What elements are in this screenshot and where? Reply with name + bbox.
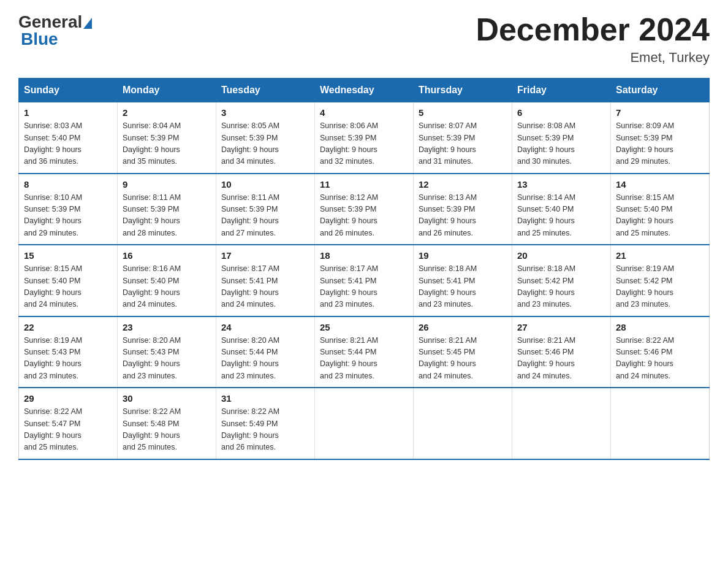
day-cell: 13Sunrise: 8:14 AM Sunset: 5:40 PM Dayli… [512, 174, 611, 245]
day-number: 1 [24, 107, 112, 118]
day-number: 22 [24, 322, 112, 332]
header-cell-friday: Friday [512, 79, 611, 102]
logo-triangle-icon [83, 18, 92, 29]
day-info: Sunrise: 8:21 AM Sunset: 5:46 PM Dayligh… [517, 335, 605, 383]
day-cell: 3Sunrise: 8:05 AM Sunset: 5:39 PM Daylig… [216, 102, 315, 174]
day-cell: 30Sunrise: 8:22 AM Sunset: 5:48 PM Dayli… [118, 388, 216, 459]
day-number: 25 [320, 322, 408, 332]
day-info: Sunrise: 8:11 AM Sunset: 5:39 PM Dayligh… [123, 192, 211, 240]
day-number: 16 [123, 250, 211, 261]
day-number: 12 [419, 179, 507, 190]
day-number: 4 [320, 107, 408, 118]
day-cell: 8Sunrise: 8:10 AM Sunset: 5:39 PM Daylig… [19, 174, 118, 245]
day-cell: 20Sunrise: 8:18 AM Sunset: 5:42 PM Dayli… [512, 245, 611, 316]
day-cell: 26Sunrise: 8:21 AM Sunset: 5:45 PM Dayli… [414, 316, 512, 388]
title-area: December 2024 Emet, Turkey [476, 12, 710, 66]
day-number: 26 [419, 322, 507, 332]
day-cell: 27Sunrise: 8:21 AM Sunset: 5:46 PM Dayli… [512, 316, 611, 388]
day-number: 24 [221, 322, 309, 332]
header-cell-thursday: Thursday [414, 79, 512, 102]
day-cell: 19Sunrise: 8:18 AM Sunset: 5:41 PM Dayli… [414, 245, 512, 316]
day-info: Sunrise: 8:20 AM Sunset: 5:44 PM Dayligh… [221, 335, 309, 383]
day-info: Sunrise: 8:09 AM Sunset: 5:39 PM Dayligh… [616, 120, 704, 168]
day-cell: 14Sunrise: 8:15 AM Sunset: 5:40 PM Dayli… [611, 174, 710, 245]
day-cell [315, 388, 414, 459]
day-number: 30 [123, 393, 211, 404]
header-cell-saturday: Saturday [611, 79, 710, 102]
day-number: 8 [24, 179, 112, 190]
day-info: Sunrise: 8:04 AM Sunset: 5:39 PM Dayligh… [123, 120, 211, 168]
calendar-table: SundayMondayTuesdayWednesdayThursdayFrid… [18, 78, 710, 460]
day-info: Sunrise: 8:18 AM Sunset: 5:41 PM Dayligh… [419, 263, 507, 311]
day-number: 2 [123, 107, 211, 118]
header-cell-tuesday: Tuesday [216, 79, 315, 102]
header: General Blue December 2024 Emet, Turkey [18, 12, 710, 66]
week-row-1: 1Sunrise: 8:03 AM Sunset: 5:40 PM Daylig… [19, 102, 710, 174]
day-info: Sunrise: 8:10 AM Sunset: 5:39 PM Dayligh… [24, 192, 112, 240]
day-info: Sunrise: 8:21 AM Sunset: 5:44 PM Dayligh… [320, 335, 408, 383]
day-info: Sunrise: 8:19 AM Sunset: 5:43 PM Dayligh… [24, 335, 112, 383]
day-number: 6 [517, 107, 605, 118]
week-row-2: 8Sunrise: 8:10 AM Sunset: 5:39 PM Daylig… [19, 174, 710, 245]
day-number: 31 [221, 393, 309, 404]
day-cell: 9Sunrise: 8:11 AM Sunset: 5:39 PM Daylig… [118, 174, 216, 245]
week-row-3: 15Sunrise: 8:15 AM Sunset: 5:40 PM Dayli… [19, 245, 710, 316]
day-number: 28 [616, 322, 704, 332]
day-info: Sunrise: 8:13 AM Sunset: 5:39 PM Dayligh… [419, 192, 507, 240]
day-number: 21 [616, 250, 704, 261]
day-number: 17 [221, 250, 309, 261]
day-cell: 17Sunrise: 8:17 AM Sunset: 5:41 PM Dayli… [216, 245, 315, 316]
day-info: Sunrise: 8:11 AM Sunset: 5:39 PM Dayligh… [221, 192, 309, 240]
calendar-title: December 2024 [476, 12, 710, 47]
day-cell [611, 388, 710, 459]
day-number: 23 [123, 322, 211, 332]
day-info: Sunrise: 8:05 AM Sunset: 5:39 PM Dayligh… [221, 120, 309, 168]
day-cell: 7Sunrise: 8:09 AM Sunset: 5:39 PM Daylig… [611, 102, 710, 174]
header-cell-monday: Monday [118, 79, 216, 102]
day-cell: 12Sunrise: 8:13 AM Sunset: 5:39 PM Dayli… [414, 174, 512, 245]
calendar-subtitle: Emet, Turkey [476, 50, 710, 66]
day-cell [414, 388, 512, 459]
day-number: 29 [24, 393, 112, 404]
day-info: Sunrise: 8:22 AM Sunset: 5:48 PM Dayligh… [123, 406, 211, 454]
header-cell-sunday: Sunday [19, 79, 118, 102]
week-row-4: 22Sunrise: 8:19 AM Sunset: 5:43 PM Dayli… [19, 316, 710, 388]
day-info: Sunrise: 8:22 AM Sunset: 5:49 PM Dayligh… [221, 406, 309, 454]
day-number: 10 [221, 179, 309, 190]
day-cell: 11Sunrise: 8:12 AM Sunset: 5:39 PM Dayli… [315, 174, 414, 245]
day-cell: 24Sunrise: 8:20 AM Sunset: 5:44 PM Dayli… [216, 316, 315, 388]
day-info: Sunrise: 8:15 AM Sunset: 5:40 PM Dayligh… [616, 192, 704, 240]
day-info: Sunrise: 8:06 AM Sunset: 5:39 PM Dayligh… [320, 120, 408, 168]
day-cell: 4Sunrise: 8:06 AM Sunset: 5:39 PM Daylig… [315, 102, 414, 174]
day-cell: 16Sunrise: 8:16 AM Sunset: 5:40 PM Dayli… [118, 245, 216, 316]
day-info: Sunrise: 8:19 AM Sunset: 5:42 PM Dayligh… [616, 263, 704, 311]
day-cell: 10Sunrise: 8:11 AM Sunset: 5:39 PM Dayli… [216, 174, 315, 245]
day-cell: 5Sunrise: 8:07 AM Sunset: 5:39 PM Daylig… [414, 102, 512, 174]
day-info: Sunrise: 8:21 AM Sunset: 5:45 PM Dayligh… [419, 335, 507, 383]
day-info: Sunrise: 8:15 AM Sunset: 5:40 PM Dayligh… [24, 263, 112, 311]
day-info: Sunrise: 8:16 AM Sunset: 5:40 PM Dayligh… [123, 263, 211, 311]
day-number: 27 [517, 322, 605, 332]
day-info: Sunrise: 8:18 AM Sunset: 5:42 PM Dayligh… [517, 263, 605, 311]
day-cell: 23Sunrise: 8:20 AM Sunset: 5:43 PM Dayli… [118, 316, 216, 388]
day-cell: 18Sunrise: 8:17 AM Sunset: 5:41 PM Dayli… [315, 245, 414, 316]
logo: General Blue [18, 12, 93, 49]
day-cell: 31Sunrise: 8:22 AM Sunset: 5:49 PM Dayli… [216, 388, 315, 459]
day-cell [512, 388, 611, 459]
day-info: Sunrise: 8:14 AM Sunset: 5:40 PM Dayligh… [517, 192, 605, 240]
day-number: 13 [517, 179, 605, 190]
header-row: SundayMondayTuesdayWednesdayThursdayFrid… [19, 79, 710, 102]
week-row-5: 29Sunrise: 8:22 AM Sunset: 5:47 PM Dayli… [19, 388, 710, 459]
day-number: 11 [320, 179, 408, 190]
day-number: 7 [616, 107, 704, 118]
day-cell: 6Sunrise: 8:08 AM Sunset: 5:39 PM Daylig… [512, 102, 611, 174]
day-cell: 2Sunrise: 8:04 AM Sunset: 5:39 PM Daylig… [118, 102, 216, 174]
day-number: 5 [419, 107, 507, 118]
day-cell: 21Sunrise: 8:19 AM Sunset: 5:42 PM Dayli… [611, 245, 710, 316]
day-info: Sunrise: 8:12 AM Sunset: 5:39 PM Dayligh… [320, 192, 408, 240]
day-cell: 15Sunrise: 8:15 AM Sunset: 5:40 PM Dayli… [19, 245, 118, 316]
day-number: 18 [320, 250, 408, 261]
day-info: Sunrise: 8:22 AM Sunset: 5:47 PM Dayligh… [24, 406, 112, 454]
day-info: Sunrise: 8:03 AM Sunset: 5:40 PM Dayligh… [24, 120, 112, 168]
logo-blue: Blue [21, 29, 58, 48]
